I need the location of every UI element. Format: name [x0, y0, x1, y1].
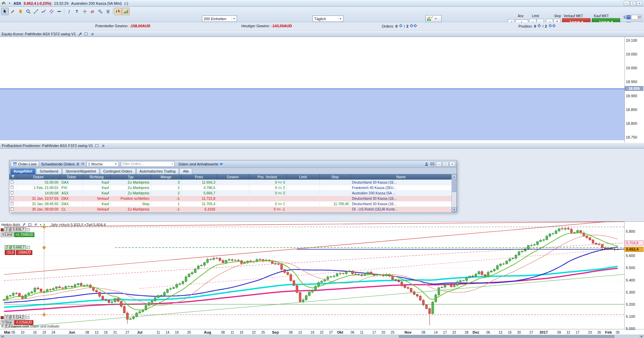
stop-distance-input[interactable] — [631, 15, 642, 20]
window-titlebar[interactable]: ▼ ASX 5.652,4 (-0,23%) 13:32:29 Australi… — [0, 0, 644, 7]
position-label-group[interactable]: 2 @ 5.836,7V:Limit+1.700AUD — [1, 227, 34, 237]
trendline-1[interactable] — [4, 222, 624, 274]
stop-preset-icon[interactable] — [626, 15, 631, 19]
filter-column-icon[interactable] — [9, 174, 17, 180]
trendline-3[interactable] — [140, 248, 624, 288]
indicator-icon[interactable]: ƒ — [65, 8, 73, 15]
scroll-up-icon[interactable]: ▲ — [452, 174, 456, 179]
scroll-right-icon[interactable]: ▶ — [639, 335, 644, 338]
scroll-down-icon[interactable]: ▼ — [452, 207, 456, 212]
column-header-pos-ver-nd-[interactable]: Pos. Veränd. — [249, 174, 286, 180]
delete-icon[interactable] — [104, 8, 112, 15]
column-header-ticker[interactable]: Ticker — [60, 174, 83, 180]
close-icon[interactable]: × — [637, 1, 642, 6]
order-row[interactable]: 31 Jan, 09:45:55DAXKaufStop111.705,40 =>… — [9, 201, 451, 206]
order-row[interactable]: 1 Feb, 21:00:01PXIKaufZu Marktpreis24.79… — [9, 185, 451, 190]
scrollbar-thumb[interactable] — [452, 179, 456, 192]
column-header-richtung[interactable]: Richtung — [83, 174, 110, 180]
column-header-typ[interactable]: Typ — [110, 174, 151, 180]
trendline-tool-icon[interactable] — [32, 8, 40, 15]
cursor-tool-icon[interactable] — [1, 8, 9, 15]
order-list-window[interactable]: Order-Liste Schwebende Orders :8 1 Woche… — [9, 160, 457, 212]
period-select[interactable]: 1 Woche ▼ — [87, 161, 119, 167]
tab-storniert-abgelehnt[interactable]: Storniert/Abgelehnt — [62, 168, 99, 174]
orders-max-config-icon[interactable] — [410, 24, 417, 28]
orders-scrollbar[interactable]: ▲ ▼ — [451, 174, 456, 212]
order-diamond-icon[interactable] — [43, 313, 46, 316]
orders-config-icon[interactable] — [399, 24, 403, 28]
drag-handle-icon[interactable] — [27, 246, 30, 249]
tab-ausgef-hrt[interactable]: Ausgeführt — [10, 168, 36, 174]
drag-handle-icon[interactable] — [26, 316, 29, 319]
close-panel-icon[interactable]: ⊗ — [33, 222, 38, 227]
print-icon[interactable] — [430, 162, 435, 166]
popout-icon[interactable] — [27, 222, 32, 227]
crosshair-icon[interactable] — [81, 8, 89, 15]
equity-chart-area[interactable]: 19.10019.05019.00018.95018.90018.85018.8… — [0, 37, 644, 143]
close-window-icon[interactable]: × — [449, 162, 455, 166]
close-panel-icon[interactable]: ⊗ — [90, 32, 95, 36]
close-panel-icon[interactable]: ⊗ — [101, 144, 106, 148]
drag-handle-icon[interactable] — [26, 228, 30, 231]
column-header-preis[interactable]: Preis — [181, 174, 217, 180]
user-icon[interactable] — [424, 162, 429, 166]
tab-schwebend[interactable]: Schwebend — [36, 168, 62, 174]
maximize-window-icon[interactable]: □ — [443, 162, 448, 166]
area-style-icon[interactable] — [122, 8, 130, 15]
heikin-ashi-style-icon[interactable] — [114, 8, 122, 15]
column-header-datum[interactable]: Datum — [17, 174, 60, 180]
units-select[interactable]: 200 Einheiten ▼ — [202, 15, 237, 22]
zoom-icon[interactable] — [24, 8, 32, 15]
order-row[interactable]: 14:00:08ASXKaufZu Marktpreis25.666,70 =>… — [9, 190, 451, 196]
column-header-gewinn[interactable]: Gewinn — [217, 174, 249, 180]
pending-orders-icon[interactable] — [81, 162, 84, 166]
backtest-panel-header[interactable]: ProBacktest Positionen: Pathfinder ASX F… — [0, 143, 644, 149]
order-diamond-icon[interactable] — [43, 246, 46, 249]
price-chart-canvas[interactable]: 5.8005.6005.5005.4005.3005.2005.1005.000… — [0, 222, 644, 338]
horizontal-scrollbar[interactable]: ◀ ▶ — [0, 335, 644, 338]
indicator-label[interactable]: Heikin-Ashi — [1, 223, 20, 227]
order-list-titlebar[interactable]: Order-Liste Schwebende Orders :8 1 Woche… — [9, 160, 456, 168]
horizontal-line-tool-icon[interactable] — [55, 8, 63, 15]
position-label-group[interactable]: 2 @ 5.114,2V:Stop-5.525AUD — [1, 315, 33, 325]
scrollbar-thumb[interactable] — [399, 335, 614, 338]
equity-panel-header[interactable]: Equity-Kurve: Pathfinder ASX F1F2 swing … — [0, 31, 644, 37]
wrench-icon[interactable] — [21, 222, 26, 227]
position-label-group[interactable]: 2 @ 5.666,7-15,8-158AUD — [5, 245, 32, 255]
minimize-icon[interactable]: — — [624, 1, 630, 6]
wrench-icon[interactable] — [77, 32, 82, 36]
tab-alle[interactable]: Alle — [179, 168, 192, 174]
column-header-menge[interactable]: Menge — [151, 174, 181, 180]
position-max-config-icon[interactable] — [548, 24, 556, 28]
tab-automatisches-trading[interactable]: Automatisches Trading — [136, 168, 179, 174]
order-list-button[interactable]: Order-Liste — [11, 161, 39, 167]
tab-contingent-orders[interactable]: Contingent Orders — [100, 168, 136, 174]
timeframe-select[interactable]: Täglich ▼ — [312, 15, 343, 22]
expand-down-icon[interactable]: ▼ — [43, 223, 46, 226]
pending-orders-label[interactable]: Schwebende Orders :8 — [41, 162, 79, 166]
eraser-icon[interactable] — [89, 8, 96, 15]
alarm-icon[interactable] — [16, 8, 24, 15]
position-config-icon[interactable] — [537, 24, 541, 28]
order-row[interactable]: 01:00:05DAXKaufZu Marktpreis311.656,30 =… — [9, 180, 451, 185]
trendline-4[interactable] — [4, 274, 624, 328]
channel-tool-icon[interactable] — [47, 8, 55, 15]
popout-icon[interactable] — [94, 144, 99, 148]
maximize-icon[interactable]: □ — [630, 1, 636, 6]
polyline-tool-icon[interactable] — [40, 8, 47, 15]
expand-up-icon[interactable]: ▲ — [39, 223, 42, 226]
column-header-stop[interactable]: Stop — [319, 174, 350, 180]
text-tool-icon[interactable]: T — [73, 8, 81, 15]
chart-style-dropdown[interactable]: ▼ — [426, 15, 442, 22]
filter-orders-input[interactable] — [121, 161, 175, 167]
settings-gears-icon[interactable] — [96, 8, 104, 15]
order-row[interactable]: 31 Jan, 10:57:55DAXVerkaufPosition schli… — [9, 196, 451, 201]
scroll-left-icon[interactable]: ◀ — [0, 335, 5, 338]
column-header-limit[interactable]: Limit — [286, 174, 319, 180]
chevron-down-icon[interactable]: ▼ — [8, 2, 11, 4]
clear-filter-icon[interactable]: ✕ — [171, 162, 174, 166]
pencil-tool-icon[interactable] — [9, 8, 16, 15]
column-header-name[interactable]: Name — [350, 174, 451, 180]
order-row[interactable]: 30 Jan, 09:00:00CLVerkaufZu Marktpreis-1… — [9, 206, 451, 212]
popout-icon[interactable] — [83, 32, 89, 36]
